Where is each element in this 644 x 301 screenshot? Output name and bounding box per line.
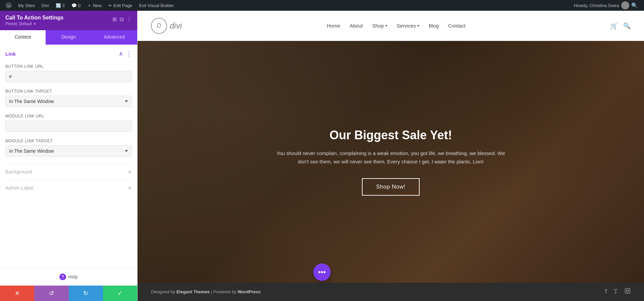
svg-text:W: W (7, 4, 10, 7)
my-sites-item[interactable]: My Sites (15, 0, 38, 11)
search-nav-icon[interactable]: 🔍 (623, 22, 631, 30)
background-section-title: Background (5, 169, 32, 174)
undo-button[interactable]: ↺ (34, 286, 68, 301)
right-panel: D divi Home About Shop ▾ Services ▾ Blog… (138, 11, 644, 301)
nav-blog[interactable]: Blog (429, 23, 439, 29)
admin-label-section-title: Admin Label (5, 185, 33, 191)
save-icon: ✓ (117, 290, 122, 297)
more-icon[interactable]: ⋮ (126, 16, 132, 22)
nav-icons: 🛒 🔍 (610, 22, 631, 30)
cancel-icon: ✕ (15, 290, 20, 297)
wp-admin-bar: W My Sites Divi 🔄 3 💬 0 ＋ New ✏ Edit Pag… (0, 0, 644, 11)
site-logo: D divi (151, 18, 182, 34)
exit-builder-label: Exit Visual Builder (139, 3, 174, 8)
twitter-icon[interactable]: 𝕋 (613, 288, 618, 296)
edit-page-item[interactable]: ✏ Edit Page (106, 0, 135, 11)
hero-section: Our Biggest Sale Yet! You should never c… (138, 41, 644, 283)
instagram-icon[interactable] (625, 288, 631, 296)
link-section-header: Link ∧ ⋮ (5, 50, 132, 59)
exit-builder-item[interactable]: Exit Visual Builder (136, 0, 177, 11)
new-item[interactable]: ＋ New (85, 0, 104, 11)
background-section-header[interactable]: Background ∨ (5, 168, 132, 175)
footer-social: f 𝕋 (605, 288, 631, 296)
link-section-chevron[interactable]: ∧ (119, 50, 123, 57)
action-bar: ✕ ↺ ↻ ✓ (0, 286, 137, 301)
button-link-target-select[interactable]: In The Same Window In A New Window (5, 96, 132, 107)
help-label: Help (68, 274, 78, 280)
module-link-target-select[interactable]: In The Same Window In A New Window (5, 145, 132, 157)
hero-cta-button[interactable]: Shop Now! (362, 178, 420, 196)
panel-header-right: ⊞ ⊟ ⋮ (112, 16, 132, 22)
nav-services[interactable]: Services ▾ (397, 23, 420, 29)
cancel-button[interactable]: ✕ (0, 286, 34, 301)
admin-label-section: Admin Label ∨ (5, 180, 132, 196)
tab-advanced[interactable]: Advanced (92, 30, 137, 45)
button-link-url-group: Button Link URL (5, 64, 132, 82)
tab-design[interactable]: Design (46, 30, 91, 45)
hero-content: Our Biggest Sale Yet! You should never c… (260, 115, 522, 209)
link-section-menu[interactable]: ⋮ (126, 50, 132, 57)
footer-wordpress: WordPress (238, 289, 261, 294)
hero-text: You should never complain, complaining i… (273, 149, 508, 166)
redo-icon: ↻ (83, 290, 88, 297)
nav-shop[interactable]: Shop ▾ (372, 23, 387, 29)
user-info[interactable]: Howdy, Christina Gwira 🔍 (571, 0, 641, 11)
avatar (621, 1, 629, 9)
nav-home[interactable]: Home (327, 23, 340, 29)
new-label: New (93, 3, 102, 8)
panel-header-left: Call To Action Settings Preset: Default … (5, 15, 63, 26)
search-icon[interactable]: 🔍 (631, 2, 638, 9)
footer-powered-by: | Powered by (211, 289, 236, 294)
button-link-target-label: Button Link Target (5, 89, 132, 94)
help-section: ? Help (0, 268, 137, 286)
module-link-target-group: Module Link Target In The Same Window In… (5, 139, 132, 157)
nav-about[interactable]: About (350, 23, 363, 29)
site-footer: Designed by Elegant Themes | Powered by … (138, 283, 644, 301)
save-button[interactable]: ✓ (103, 286, 137, 301)
panel-content: Link ∧ ⋮ Button Link URL Button Link Tar… (0, 45, 137, 268)
logo-circle: D (151, 18, 167, 34)
cart-icon[interactable]: 🛒 (610, 22, 618, 30)
shop-chevron-icon: ▾ (385, 23, 387, 28)
module-link-url-input[interactable] (5, 120, 132, 132)
panel-preset: Preset: Default ▼ (5, 21, 63, 26)
main-layout: Call To Action Settings Preset: Default … (0, 11, 644, 301)
comments-item[interactable]: 🔄 3 (53, 0, 67, 11)
admin-label-section-header[interactable]: Admin Label ∨ (5, 185, 132, 191)
my-sites-label: My Sites (18, 3, 35, 8)
chat-item[interactable]: 💬 0 (69, 0, 83, 11)
logo-letter: D (157, 22, 161, 29)
hero-cta-label: Shop Now! (376, 184, 406, 190)
redo-button[interactable]: ↻ (69, 286, 103, 301)
footer-text: Designed by Elegant Themes | Powered by … (151, 289, 261, 294)
fullscreen-icon[interactable]: ⊞ (112, 16, 117, 22)
undo-icon: ↺ (49, 290, 54, 297)
svg-point-3 (627, 290, 629, 292)
nav-contact[interactable]: Contact (448, 23, 466, 29)
site-nav: Home About Shop ▾ Services ▾ Blog Contac… (327, 23, 466, 29)
link-section-title: Link (5, 51, 16, 57)
footer-elegant-themes: Elegant Themes (176, 289, 210, 294)
svg-rect-2 (625, 289, 630, 294)
services-chevron-icon: ▾ (417, 23, 419, 28)
button-link-url-input[interactable] (5, 71, 132, 82)
background-section: Background ∨ (5, 163, 132, 180)
footer-designed-by: Designed by (151, 289, 175, 294)
chat-count: 0 (78, 3, 80, 8)
fab-button[interactable]: ••• (313, 263, 331, 281)
divi-label: Divi (42, 3, 49, 8)
divi-item[interactable]: Divi (39, 0, 52, 11)
pencil-icon: ✏ (108, 3, 112, 8)
help-button[interactable]: ? Help (59, 273, 78, 280)
fab-dots-icon: ••• (318, 268, 326, 277)
wp-logo-item[interactable]: W (3, 0, 14, 11)
facebook-icon[interactable]: f (605, 288, 607, 296)
background-chevron-icon: ∨ (128, 168, 132, 175)
button-link-url-label: Button Link URL (5, 64, 132, 69)
plus-icon: ＋ (87, 2, 92, 8)
tab-content[interactable]: Content (0, 30, 46, 45)
svg-point-4 (629, 289, 629, 290)
columns-icon[interactable]: ⊟ (119, 16, 124, 22)
comments-count: 3 (62, 3, 65, 8)
wp-icon: W (6, 3, 11, 8)
